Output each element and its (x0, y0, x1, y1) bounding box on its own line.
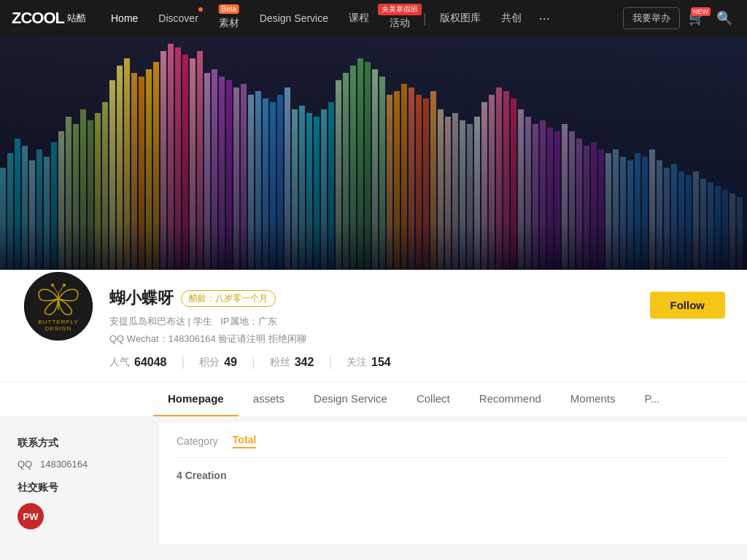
svg-rect-103 (0, 36, 747, 270)
stat-value-score: 49 (224, 356, 237, 369)
navbar: ZCOOL 站酷 Home Discover Beta 素材 Design Se… (0, 0, 747, 36)
nav-banquan[interactable]: 版权图库 (430, 0, 491, 36)
contact-section-title: 联系方式 (18, 437, 136, 450)
sucai-badge: Beta (219, 4, 240, 14)
social-icon-pw[interactable]: PW (18, 503, 44, 529)
profile-location: 安提瓜岛和巴布达 | 学生 (109, 316, 212, 327)
sidebar-qq: QQ 148306164 (18, 459, 136, 470)
profile-stats: 人气 64048 | 积分 49 | 粉丝 342 | 关注 154 (109, 354, 635, 381)
svg-point-105 (51, 284, 54, 287)
tab-homepage[interactable]: Homepage (153, 382, 239, 416)
stat-label-score: 积分 (199, 356, 220, 369)
signup-button[interactable]: 我要举办 (623, 7, 680, 29)
huodong-badge: 央美寒假班 (378, 4, 422, 15)
nav-kecheng[interactable]: 课程 (338, 0, 379, 36)
creation-count: 4 Creation (177, 470, 729, 481)
butterfly-svg (36, 281, 80, 317)
nav-huodong[interactable]: 央美寒假班 活动 (379, 0, 420, 36)
nav-design-service[interactable]: Design Service (249, 0, 338, 36)
filter-row: Category Total (177, 434, 729, 458)
stat-popularity: 人气 64048 (109, 356, 182, 369)
discover-dot (198, 7, 203, 12)
follow-button[interactable]: Follow (650, 292, 726, 319)
profile-tabs: Homepage assets Design Service Collect R… (0, 381, 747, 416)
avatar-inner: BUTTERFLYDESIGN (24, 272, 93, 341)
tab-assets[interactable]: assets (239, 382, 299, 416)
stat-label-followers: 粉丝 (270, 356, 290, 369)
search-button[interactable]: 🔍 (713, 10, 735, 26)
cover-visualization (0, 36, 747, 270)
sidebar: 联系方式 QQ 148306164 社交账号 PW (0, 422, 153, 544)
stat-followers: 粉丝 342 (255, 356, 329, 369)
tab-recommend[interactable]: Recommend (465, 382, 556, 416)
stat-score: 积分 49 (185, 356, 252, 369)
profile-info: 蝴小蝶呀 醋龄：八岁零一个月 安提瓜岛和巴布达 | 学生 IP属地：广东 QQ … (109, 284, 635, 381)
stat-value-followers: 342 (295, 356, 314, 369)
stat-following: 关注 154 (332, 356, 406, 369)
level-badge: 醋龄：八岁零一个月 (181, 290, 276, 307)
qq-label: QQ (18, 459, 32, 470)
stat-value-popularity: 64048 (134, 356, 167, 369)
cart-new-badge: NEW (691, 7, 711, 16)
svg-point-106 (63, 284, 66, 287)
profile-section: BUTTERFLYDESIGN 蝴小蝶呀 醋龄：八岁零一个月 安提瓜岛和巴布达 … (0, 270, 747, 381)
logo-zcool: ZCOOL (12, 9, 64, 28)
tab-design-service[interactable]: Design Service (299, 382, 402, 416)
cart-button[interactable]: 🛒 NEW (686, 10, 708, 26)
profile-contact: QQ Wechat：148306164 验证请注明 拒绝闲聊 (109, 332, 635, 346)
main-content: 联系方式 QQ 148306164 社交账号 PW Category Total… (0, 422, 747, 544)
avatar-label: BUTTERFLYDESIGN (38, 319, 78, 332)
nav-gongchuang[interactable]: 共创 (491, 0, 532, 36)
profile-name: 蝴小蝶呀 (109, 287, 174, 309)
nav-home[interactable]: Home (101, 0, 148, 36)
qq-value: 148306164 (40, 459, 88, 470)
tab-moments[interactable]: Moments (556, 382, 630, 416)
nav-more[interactable]: ··· (532, 11, 557, 26)
profile-ip: IP属地：广东 (220, 316, 276, 327)
stat-value-following: 154 (371, 356, 391, 369)
creation-label: Creation (185, 470, 227, 481)
tab-more[interactable]: P... (630, 382, 675, 416)
content-area: Category Total 4 Creation (159, 422, 747, 544)
filter-total[interactable]: Total (233, 434, 256, 448)
logo[interactable]: ZCOOL 站酷 (12, 9, 86, 28)
nav-sucai[interactable]: Beta 素材 (209, 0, 249, 36)
creation-number: 4 (177, 470, 182, 481)
social-section-title: 社交账号 (18, 481, 136, 494)
filter-category[interactable]: Category (177, 435, 218, 447)
cover-image (0, 36, 747, 270)
stat-label-following: 关注 (347, 356, 367, 369)
nav-discover[interactable]: Discover (148, 0, 208, 36)
stat-label-popularity: 人气 (109, 356, 130, 369)
logo-zhankoo: 站酷 (67, 12, 86, 25)
profile-name-row: 蝴小蝶呀 醋龄：八岁零一个月 (109, 287, 635, 309)
nav-right: 我要举办 🛒 NEW 🔍 (623, 7, 735, 29)
profile-meta: 安提瓜岛和巴布达 | 学生 IP属地：广东 (109, 315, 635, 328)
avatar: BUTTERFLYDESIGN (22, 270, 95, 343)
tab-collect[interactable]: Collect (402, 382, 465, 416)
